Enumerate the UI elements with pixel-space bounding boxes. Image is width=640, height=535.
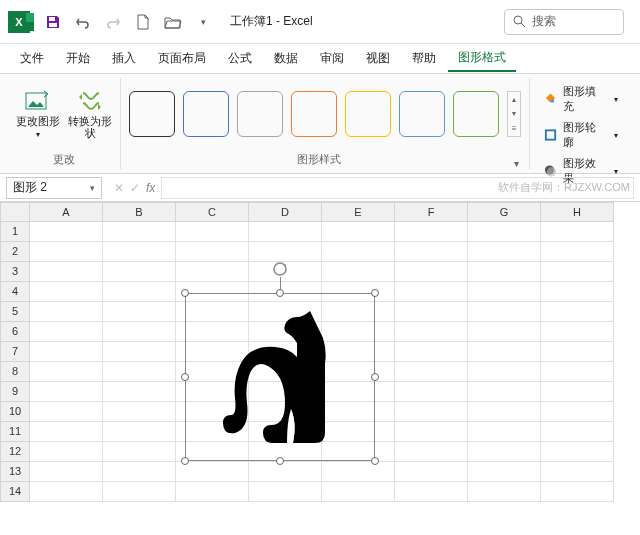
cell[interactable] [395,462,468,482]
row-header[interactable]: 11 [0,422,30,442]
selected-shape[interactable] [185,293,375,461]
row-header[interactable]: 8 [0,362,30,382]
tab-data[interactable]: 数据 [264,46,308,71]
row-header[interactable]: 6 [0,322,30,342]
cell[interactable] [541,322,614,342]
row-header[interactable]: 14 [0,482,30,502]
rotate-handle[interactable] [272,261,288,277]
cell[interactable] [176,222,249,242]
cell[interactable] [395,222,468,242]
cell[interactable] [468,222,541,242]
name-box[interactable]: 图形 2 ▾ [6,177,102,199]
cell[interactable] [322,262,395,282]
column-header[interactable]: D [249,202,322,222]
resize-handle-br[interactable] [371,457,379,465]
cell[interactable] [30,482,103,502]
cell[interactable] [468,262,541,282]
cell[interactable] [176,462,249,482]
cell[interactable] [30,342,103,362]
cell[interactable] [468,242,541,262]
cell[interactable] [30,382,103,402]
style-preset[interactable] [129,91,175,137]
column-header[interactable]: H [541,202,614,222]
cell[interactable] [395,442,468,462]
cell[interactable] [468,342,541,362]
column-header[interactable]: E [322,202,395,222]
tab-home[interactable]: 开始 [56,46,100,71]
cell[interactable] [30,362,103,382]
cell[interactable] [541,402,614,422]
cell[interactable] [322,462,395,482]
cell[interactable] [395,422,468,442]
search-input[interactable]: 搜索 [504,9,624,35]
cell[interactable] [468,482,541,502]
cell[interactable] [103,342,176,362]
cell[interactable] [103,302,176,322]
cell[interactable] [30,462,103,482]
qat-customize-button[interactable]: ▾ [190,9,216,35]
row-header[interactable]: 13 [0,462,30,482]
convert-shape-button[interactable]: 转换为形状 [66,81,114,147]
cell[interactable] [249,482,322,502]
shape-fill-button[interactable]: 图形填充 ▾ [540,82,622,116]
row-header[interactable]: 5 [0,302,30,322]
undo-button[interactable] [70,9,96,35]
row-header[interactable]: 2 [0,242,30,262]
cancel-formula-button[interactable]: ✕ [114,181,124,195]
select-all-corner[interactable] [0,202,30,222]
cell[interactable] [541,262,614,282]
cell[interactable] [30,262,103,282]
open-button[interactable] [160,9,186,35]
style-gallery-more-button[interactable]: ▴▾≡ [507,91,521,137]
cell[interactable] [395,302,468,322]
cell[interactable] [468,382,541,402]
cell[interactable] [395,322,468,342]
cell[interactable] [541,462,614,482]
cell[interactable] [395,242,468,262]
cell[interactable] [103,322,176,342]
cell[interactable] [468,402,541,422]
row-header[interactable]: 4 [0,282,30,302]
resize-handle-t[interactable] [276,289,284,297]
column-header[interactable]: C [176,202,249,222]
cell[interactable] [103,362,176,382]
cell[interactable] [541,382,614,402]
cell[interactable] [176,242,249,262]
resize-handle-tl[interactable] [181,289,189,297]
row-header[interactable]: 7 [0,342,30,362]
row-header[interactable]: 1 [0,222,30,242]
new-file-button[interactable] [130,9,156,35]
row-header[interactable]: 12 [0,442,30,462]
column-header[interactable]: B [103,202,176,222]
cell[interactable] [103,482,176,502]
cell[interactable] [395,262,468,282]
cell[interactable] [176,482,249,502]
column-header[interactable]: A [30,202,103,222]
style-preset[interactable] [237,91,283,137]
cell[interactable] [103,222,176,242]
cell[interactable] [468,282,541,302]
cell[interactable] [103,242,176,262]
tab-file[interactable]: 文件 [10,46,54,71]
column-header[interactable]: G [468,202,541,222]
tab-review[interactable]: 审阅 [310,46,354,71]
style-preset[interactable] [183,91,229,137]
cell[interactable] [322,222,395,242]
enter-formula-button[interactable]: ✓ [130,181,140,195]
style-preset[interactable] [399,91,445,137]
cell[interactable] [541,342,614,362]
cell[interactable] [541,482,614,502]
cell[interactable] [103,282,176,302]
cell[interactable] [103,422,176,442]
cell[interactable] [249,462,322,482]
resize-handle-l[interactable] [181,373,189,381]
cell[interactable] [395,402,468,422]
style-preset[interactable] [291,91,337,137]
cell[interactable] [30,302,103,322]
cell[interactable] [541,422,614,442]
save-button[interactable] [40,9,66,35]
cell[interactable] [468,442,541,462]
change-graphic-button[interactable]: 更改图形 ▾ [14,81,62,147]
resize-handle-r[interactable] [371,373,379,381]
cell[interactable] [103,462,176,482]
